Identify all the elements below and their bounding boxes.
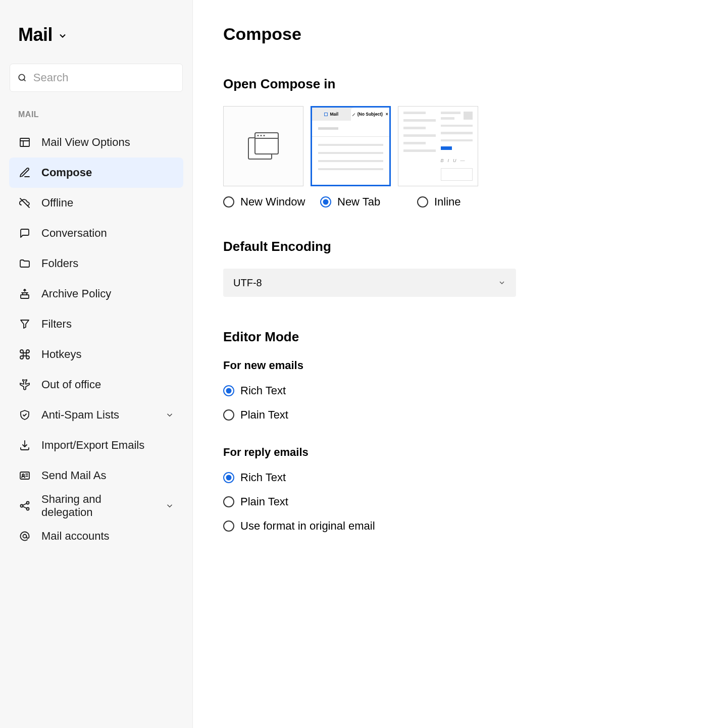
editor-mode-title: Editor Mode (223, 329, 686, 345)
persona-icon (18, 469, 31, 482)
radio-option-rich-text[interactable]: Rich Text (223, 471, 686, 484)
radio-icon (223, 385, 234, 396)
svg-point-21 (260, 135, 262, 136)
chevron-down-icon (165, 501, 174, 510)
sidebar-item-mail-accounts[interactable]: Mail accounts (9, 521, 183, 551)
archive-icon (18, 287, 31, 300)
reply-emails-label: For reply emails (223, 446, 686, 459)
svg-point-16 (23, 535, 27, 538)
search-input[interactable] (33, 71, 175, 84)
sidebar-nav: Mail View OptionsComposeOfflineConversat… (9, 127, 183, 551)
compose-card-new-tab[interactable]: Mail (No Subject)× (311, 106, 391, 186)
search-icon (17, 72, 27, 83)
sidebar-item-label: Mail View Options (41, 136, 174, 149)
radio-label: Rich Text (240, 384, 286, 397)
svg-point-20 (257, 135, 259, 136)
radio-icon (223, 496, 234, 507)
open-compose-radios: New WindowNew TabInline (223, 195, 686, 209)
radio-label: New Tab (337, 195, 380, 209)
radio-icon (417, 196, 428, 207)
search-input-wrap[interactable] (10, 64, 183, 92)
chevron-down-icon (498, 279, 506, 287)
radio-label: Plain Text (240, 408, 288, 422)
svg-point-8 (22, 474, 24, 476)
compose-card-new-window[interactable] (223, 106, 303, 186)
settings-sidebar: Mail MAIL Mail View OptionsComposeOfflin… (0, 0, 193, 728)
radio-icon (223, 521, 234, 532)
svg-line-15 (23, 506, 27, 508)
sidebar-item-import-export-emails[interactable]: Import/Export Emails (9, 430, 183, 460)
mini-tab-mail: Mail (330, 112, 338, 117)
sidebar-item-label: Folders (41, 257, 174, 270)
folder-icon (18, 257, 31, 270)
svg-point-0 (19, 74, 25, 80)
sidebar-item-label: Anti-Spam Lists (41, 408, 155, 422)
sidebar-item-label: Mail accounts (41, 530, 174, 543)
sidebar-title: Mail (18, 24, 53, 45)
radio-label: Use format in original email (240, 519, 375, 533)
share-icon (18, 499, 31, 512)
sidebar-item-mail-view-options[interactable]: Mail View Options (9, 127, 183, 158)
radio-option-use-format-in-original-email[interactable]: Use format in original email (223, 519, 686, 533)
command-icon (18, 348, 31, 361)
radio-label: New Window (240, 195, 305, 209)
edit-icon (18, 166, 31, 179)
radio-option-new-tab[interactable]: New Tab (320, 195, 405, 209)
radio-option-rich-text[interactable]: Rich Text (223, 384, 686, 397)
sidebar-item-label: Send Mail As (41, 469, 174, 482)
sidebar-item-folders[interactable]: Folders (9, 248, 183, 279)
sidebar-item-offline[interactable]: Offline (9, 188, 183, 218)
sidebar-section-label: MAIL (9, 110, 183, 119)
radio-label: Plain Text (240, 495, 288, 508)
radio-option-plain-text[interactable]: Plain Text (223, 408, 686, 422)
sidebar-item-out-of-office[interactable]: Out of office (9, 370, 183, 400)
radio-icon (223, 196, 234, 207)
svg-point-22 (263, 135, 265, 136)
encoding-dropdown[interactable]: UTF-8 (223, 269, 516, 297)
sidebar-item-label: Archive Policy (41, 287, 174, 300)
sidebar-item-label: Conversation (41, 227, 174, 240)
windows-icon (248, 132, 279, 161)
sidebar-item-label: Sharing and delegation (41, 493, 155, 519)
sidebar-item-compose[interactable]: Compose (9, 158, 183, 188)
radio-option-plain-text[interactable]: Plain Text (223, 495, 686, 508)
sidebar-item-sharing-and-delegation[interactable]: Sharing and delegation (9, 491, 183, 521)
download-icon (18, 439, 31, 452)
sidebar-title-dropdown[interactable]: Mail (9, 24, 183, 45)
svg-rect-2 (20, 138, 29, 146)
sidebar-item-archive-policy[interactable]: Archive Policy (9, 279, 183, 309)
cloud-off-icon (18, 196, 31, 210)
chat-icon (18, 227, 31, 240)
radio-option-inline[interactable]: Inline (417, 195, 502, 209)
page-title: Compose (223, 24, 686, 44)
layout-icon (18, 136, 31, 149)
filter-icon (18, 318, 31, 331)
sidebar-item-anti-spam-lists[interactable]: Anti-Spam Lists (9, 400, 183, 430)
radio-icon (320, 196, 331, 207)
encoding-title: Default Encoding (223, 239, 686, 254)
sidebar-item-filters[interactable]: Filters (9, 309, 183, 339)
sidebar-item-label: Filters (41, 318, 174, 331)
sidebar-item-conversation[interactable]: Conversation (9, 218, 183, 248)
new-emails-label: For new emails (223, 359, 686, 372)
svg-rect-6 (21, 295, 29, 298)
compose-card-inline[interactable]: BIU— (398, 106, 478, 186)
main-content: Compose Open Compose in Mail (No Subject… (193, 0, 716, 728)
radio-option-new-window[interactable]: New Window (223, 195, 308, 209)
new-email-radios: Rich TextPlain Text (223, 384, 686, 422)
reply-email-radios: Rich TextPlain TextUse format in origina… (223, 471, 686, 533)
airplane-icon (18, 378, 31, 391)
sidebar-item-label: Offline (41, 196, 174, 210)
chevron-down-icon (58, 31, 68, 41)
radio-label: Inline (434, 195, 461, 209)
sidebar-item-label: Import/Export Emails (41, 439, 174, 452)
svg-rect-7 (20, 472, 29, 479)
sidebar-item-send-mail-as[interactable]: Send Mail As (9, 460, 183, 491)
shield-icon (18, 408, 31, 422)
at-icon (18, 530, 31, 543)
mini-tab-subject: (No Subject) (357, 112, 383, 117)
radio-icon (223, 409, 234, 421)
compose-mode-cards: Mail (No Subject)× BIU— (223, 106, 686, 186)
chevron-down-icon (165, 410, 174, 420)
sidebar-item-hotkeys[interactable]: Hotkeys (9, 339, 183, 370)
